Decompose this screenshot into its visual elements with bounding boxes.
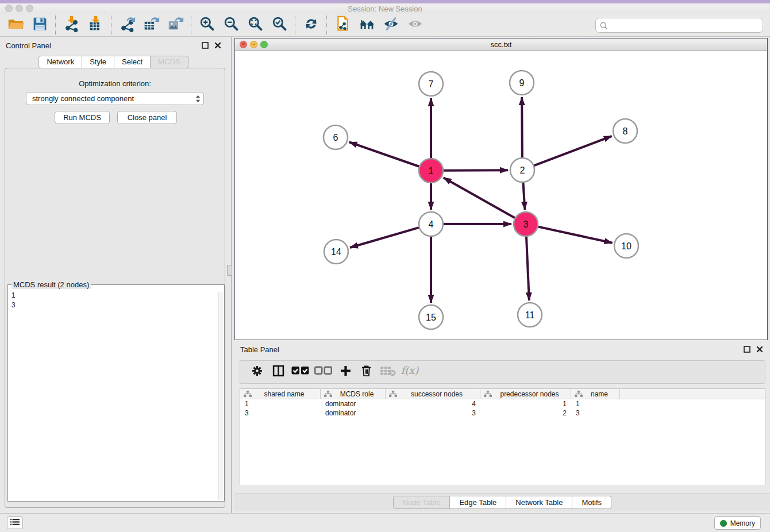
table-cell[interactable]: 1 [571,399,620,408]
network-window-titlebar[interactable]: ✕ − + scc.txt [235,38,767,51]
zoom-fit-button[interactable] [243,15,267,36]
export-network-button[interactable] [115,15,139,36]
tab-node-table[interactable]: Node Table [393,496,451,509]
save-session-button[interactable] [28,15,52,36]
table-cell[interactable]: 2 [480,408,571,418]
result-line: 3 [11,300,216,310]
table-cell[interactable]: 3 [386,408,480,418]
delete-column-button[interactable] [358,364,375,381]
settings-icon [251,365,263,379]
edge-3-11[interactable] [526,237,529,300]
network-canvas[interactable]: 7968124314101511 [235,51,767,340]
result-scrollbar[interactable] [218,292,224,500]
column-header-label: name [579,390,619,398]
edge-3-1[interactable] [444,178,515,218]
memory-button[interactable]: Memory [714,516,761,530]
edge-1-2[interactable] [444,170,508,171]
float-table-panel-icon[interactable] [744,346,750,353]
status-menu-button[interactable] [7,516,23,529]
table-tabs: Node TableEdge TableNetwork TableMotifs [234,493,770,511]
control-panel-tabs: NetworkStyleSelectMCDS [0,56,227,68]
table-cell[interactable]: 3 [240,408,321,418]
table-cell[interactable]: dominator [321,399,386,408]
import-table-button[interactable] [83,15,107,36]
node-label-10: 10 [621,241,632,251]
import-network-button[interactable] [59,15,83,36]
tab-select[interactable]: Select [114,56,151,68]
close-table-panel-icon[interactable] [756,346,763,353]
mcds-result-textarea[interactable]: 13 [11,291,216,499]
add-column-button[interactable] [337,364,354,381]
splitter-handle[interactable] [227,265,232,276]
close-panel-button[interactable]: Close panel [117,111,177,124]
toggle-columns-button[interactable] [270,364,287,381]
column-header-MCDS-role[interactable]: MCDS role [321,389,386,399]
open-file-button[interactable] [3,15,28,36]
node-label-3: 3 [523,219,529,229]
deselect-all-icon [314,365,333,379]
edge-2-3[interactable] [523,183,525,210]
mcds-result-group: MCDS result (2 nodes) 13 [7,284,225,502]
export-image-button[interactable] [163,15,187,36]
optimization-criterion-select[interactable]: strongly connected component [26,92,204,105]
edge-2-8[interactable] [534,136,612,165]
edge-1-6[interactable] [349,142,419,166]
tab-network-table[interactable]: Network Table [506,496,572,509]
clone-network-button[interactable] [330,15,355,36]
column-header-successor-nodes[interactable]: successor nodes [386,389,480,399]
table-cell[interactable]: 3 [571,408,620,418]
search-box[interactable] [595,18,763,33]
list-icon [10,518,20,528]
zoom-selected-button[interactable] [267,15,291,36]
column-header-predecessor-nodes[interactable]: predecessor nodes [480,389,571,399]
network-view-window: ✕ − + scc.txt 7968124314101511 [234,38,768,340]
zoom-out-button[interactable] [219,15,243,36]
settings-button[interactable] [248,364,265,381]
import-table-icon [87,16,104,34]
tab-mcds[interactable]: MCDS [151,56,188,68]
tab-edge-table[interactable]: Edge Table [450,496,506,509]
table-body: 1dominator4113dominator323 [240,399,765,485]
header-filler [620,389,765,399]
criterion-value: strongly connected component [32,94,134,103]
column-header-label: predecessor nodes [488,390,571,398]
search-input[interactable] [611,18,760,32]
edge-3-10[interactable] [538,227,612,243]
table-cell[interactable]: 1 [240,399,321,408]
float-panel-icon[interactable] [202,42,209,49]
toolbar-separator [295,16,295,35]
clone-network-icon [334,16,351,34]
mcds-tab-content: Optimization criterion: strongly connect… [5,68,225,508]
edge-4-14[interactable] [350,228,419,248]
table-cell[interactable]: 1 [480,399,571,408]
result-line: 1 [11,291,216,300]
run-mcds-button[interactable]: Run MCDS [55,111,110,124]
first-neighbors-button[interactable] [355,15,379,36]
table-row[interactable]: 3dominator323 [240,408,765,418]
tab-motifs[interactable]: Motifs [572,496,611,509]
show-all-icon [407,16,424,34]
node-label-2: 2 [520,165,525,175]
table-toolbar: f(x) [240,360,765,384]
tab-network[interactable]: Network [38,56,82,68]
tab-style[interactable]: Style [82,56,114,68]
table-cell[interactable]: 4 [386,399,480,408]
recalculate-layout-button[interactable] [299,15,323,36]
column-header-name[interactable]: name [571,389,620,399]
chevron-updown-icon [195,94,201,107]
edge-2-9[interactable] [522,97,522,157]
table-cell[interactable]: dominator [321,408,386,418]
zoom-in-button[interactable] [195,15,219,36]
mcds-result-title: MCDS result (2 nodes) [11,280,91,289]
node-label-14: 14 [331,247,341,257]
control-panel: Control Panel NetworkStyleSelectMCDS Opt… [0,37,227,513]
save-session-icon [32,16,48,34]
export-table-button[interactable] [139,15,163,36]
hide-selected-button[interactable] [379,15,403,36]
table-row[interactable]: 1dominator411 [240,399,765,408]
column-header-shared-name[interactable]: shared name [240,389,321,399]
select-all-button[interactable] [291,364,310,381]
deselect-all-button[interactable] [314,364,333,381]
close-panel-icon[interactable] [214,42,221,49]
toolbar-separator [111,16,111,35]
